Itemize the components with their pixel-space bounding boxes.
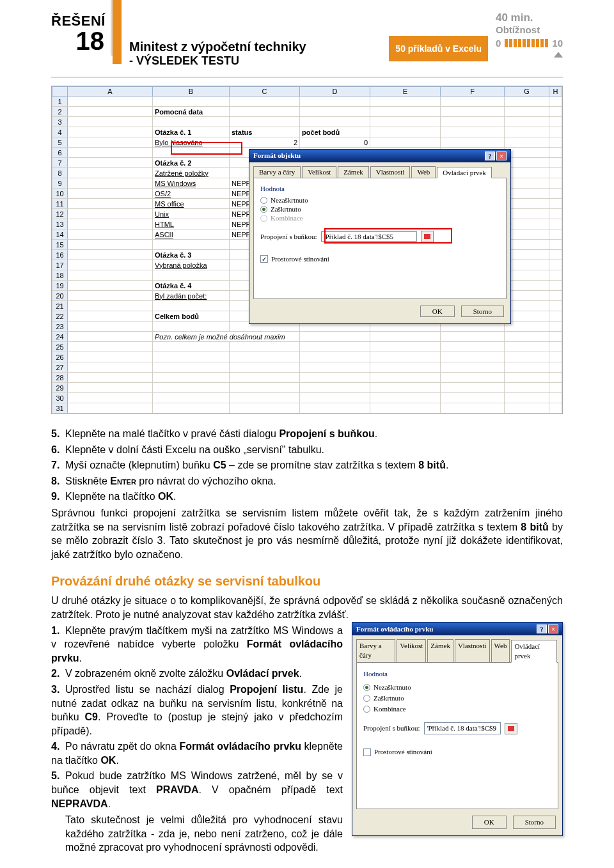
dialog2-title: Formát ovládacího prvku: [356, 624, 433, 634]
step-5-text-a: Klepněte na malé tlačítko v pravé části …: [65, 428, 279, 439]
col-E: E: [370, 87, 441, 97]
header-side-tab: ŘEŠENÍ 18: [51, 0, 113, 56]
shadow-checkbox-label: Prostorové stínování: [374, 747, 432, 757]
value-section-label: Hodnota: [260, 185, 500, 192]
difficulty-bars: [505, 39, 548, 47]
cell-b20: Byl zadán počet:: [153, 291, 230, 301]
col-F: F: [441, 87, 505, 97]
cell-b2: Pomocná data: [153, 107, 230, 117]
time-label: 40 min.: [496, 12, 563, 24]
arrow-up-icon: [554, 52, 563, 58]
title-block: Minitest z výpočetní techniky - VÝSLEDEK…: [129, 0, 389, 68]
col-D: D: [300, 87, 370, 97]
step2-5-num: 5.: [51, 769, 65, 783]
format-object-dialog: Formát objektu ? × Barvy a čáry Velikost…: [249, 149, 511, 324]
radio-unchecked-label: Nezaškrtnuto: [374, 683, 411, 692]
para3: Tato skutečnost je velmi důležitá pro vy…: [51, 813, 343, 855]
cancel-button[interactable]: Storno: [513, 816, 556, 829]
radio-checked-label: Zaškrtnuto: [374, 694, 404, 703]
cell-link-input[interactable]: 'Příklad č. 18 data'!$C$9: [424, 722, 501, 734]
help-icon[interactable]: ?: [537, 624, 547, 633]
body-text: 5.Klepněte na malé tlačítko v pravé část…: [51, 427, 563, 855]
title-line-1: Minitest z výpočetní techniky: [129, 40, 389, 54]
close-icon[interactable]: ×: [548, 624, 558, 633]
cell-c4: status: [230, 127, 300, 137]
radio-mixed[interactable]: [363, 706, 370, 713]
cell-link-label: Propojení s buňkou:: [260, 233, 317, 240]
format-control-dialog: Formát ovládacího prvku ? × Barvy a čáry…: [352, 622, 563, 836]
tab-lock[interactable]: Zámek: [427, 639, 453, 662]
header-number: 18: [51, 27, 104, 56]
ok-button[interactable]: OK: [472, 816, 507, 829]
radio-checked[interactable]: [260, 206, 267, 213]
radio-checked[interactable]: [363, 695, 370, 702]
value-section-label: Hodnota: [363, 669, 551, 679]
step-5-bold: Propojení s buňkou: [279, 428, 374, 439]
step2-1-num: 1.: [51, 624, 65, 638]
tab-control[interactable]: Ovládací prvek: [511, 640, 557, 663]
close-icon[interactable]: ×: [496, 151, 507, 160]
radio-unchecked[interactable]: [260, 197, 267, 204]
cell-b11: MS office: [153, 199, 230, 209]
orange-stripe: [113, 0, 122, 64]
red-highlight-link: [324, 228, 452, 244]
page-header: ŘEŠENÍ 18 Minitest z výpočetní techniky …: [51, 0, 563, 78]
tab-props[interactable]: Vlastnosti: [370, 166, 411, 178]
para1-a: Správnou funkci propojení zatržítka se s…: [51, 508, 563, 532]
section-heading: Provázání druhé otázky se servisní tabul…: [51, 573, 563, 590]
col-A: A: [68, 87, 153, 97]
subtitle-badge: 50 příkladů v Excelu: [389, 36, 488, 61]
cancel-button[interactable]: Storno: [461, 306, 504, 317]
step-9-num: 9.: [51, 490, 65, 504]
col-B: B: [153, 87, 230, 97]
cell-b14: ASCII: [153, 229, 230, 240]
radio-unchecked[interactable]: [363, 684, 370, 691]
diff-low: 0: [496, 38, 501, 49]
step-8-num: 8.: [51, 474, 65, 488]
radio-mixed[interactable]: [260, 215, 267, 222]
cell-b7: Otázka č. 2: [153, 158, 230, 168]
badge-row: 50 příkladů v Excelu 40 min. Obtížnost 0…: [389, 0, 563, 61]
dialog2-tabs: Barvy a čáry Velikost Zámek Vlastnosti W…: [356, 639, 558, 662]
cell-b4: Otázka č. 1: [153, 127, 230, 137]
tab-control[interactable]: Ovládací prvek: [437, 167, 492, 178]
ok-button[interactable]: OK: [420, 306, 455, 317]
radio-unchecked-label: Nezaškrtnuto: [271, 196, 308, 204]
col-C: C: [230, 87, 300, 97]
cell-b12: Unix: [153, 209, 230, 219]
tab-size[interactable]: Velikost: [397, 639, 426, 662]
step2-2-num: 2.: [51, 667, 65, 681]
tab-size[interactable]: Velikost: [302, 166, 336, 178]
cell-b9: MS Windows: [153, 178, 230, 189]
shadow-checkbox[interactable]: ✓: [260, 255, 268, 263]
step-6-num: 6.: [51, 443, 65, 457]
red-highlight-c5: [171, 142, 242, 155]
step-7-num: 7.: [51, 458, 65, 472]
tab-lock[interactable]: Zámek: [338, 166, 369, 178]
radio-mixed-label: Kombinace: [374, 704, 406, 714]
tab-web[interactable]: Web: [411, 166, 436, 178]
cell-b17: Vybraná položka: [153, 260, 230, 270]
cell-b8: Zatržené položky: [153, 168, 230, 178]
cell-b10: OS/2: [153, 189, 230, 199]
shadow-checkbox[interactable]: [363, 748, 371, 756]
cell-b19: Otázka č. 4: [153, 281, 230, 291]
cell-d5: 0: [300, 137, 370, 148]
help-icon[interactable]: ?: [485, 151, 495, 160]
difficulty-label: Obtížnost: [496, 24, 563, 35]
excel-screenshot: A B C D E F G H 1 2Pomocná data 3 4Otázk…: [51, 86, 563, 414]
tab-colors[interactable]: Barvy a čáry: [356, 639, 395, 662]
step2-4-num: 4.: [51, 740, 65, 754]
tab-props[interactable]: Vlastnosti: [455, 639, 490, 662]
diff-high: 10: [552, 38, 563, 49]
difficulty-box: 40 min. Obtížnost 0 10: [496, 0, 563, 59]
step-6-text: Klepněte v dolní části Excelu na ouško „…: [65, 444, 324, 455]
cell-b22: Celkem bodů: [153, 311, 230, 322]
collapse-dialog-button[interactable]: [505, 723, 517, 734]
tab-colors[interactable]: Barvy a čáry: [253, 166, 301, 178]
cell-b24: Pozn. celkem je možné dosáhnout maxim: [153, 332, 300, 342]
radio-checked-label: Zaškrtnuto: [271, 205, 301, 213]
cell-b13: HTML: [153, 219, 230, 229]
tab-web[interactable]: Web: [491, 639, 510, 662]
title-line-2: - VÝSLEDEK TESTU: [129, 54, 389, 68]
